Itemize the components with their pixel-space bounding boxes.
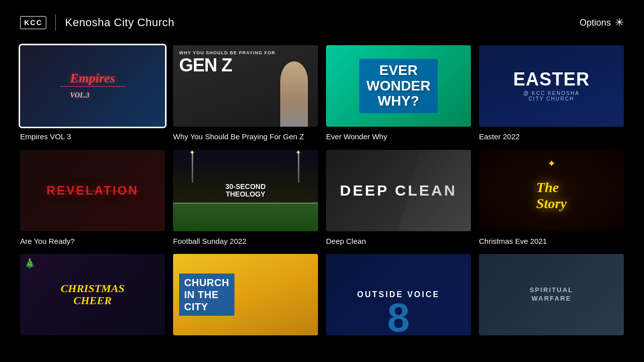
item-title-genz: Why You Should Be Praying For Gen Z [173, 132, 318, 142]
revelation-text-wrap: REVELATION [47, 184, 139, 198]
thumbnail-spiritual-warfare[interactable]: SPIRITUALWARFARE [479, 254, 624, 335]
item-title-football-sunday: Football Sunday 2022 [173, 236, 318, 246]
thumbnail-christmas-eve-2021[interactable]: ✦ TheStory [479, 150, 624, 231]
header: KCC Kenosha City Church Options ✳ [0, 0, 644, 45]
thumb-revelation-inner: REVELATION [20, 150, 165, 231]
football-lights [173, 152, 318, 183]
revelation-line [47, 191, 139, 192]
grid-item-spiritual-warfare[interactable]: SPIRITUALWARFARE [479, 254, 624, 335]
grid-item-outside-voice[interactable]: 8 OUTSIDE VOICE [326, 254, 471, 335]
thumb-spiritualwarfare-inner: SPIRITUALWARFARE [479, 254, 624, 335]
grid-item-christmas-eve-2021[interactable]: ✦ TheStory Christmas Eve 2021 [479, 150, 624, 246]
item-title-empires-vol-3: Empires VOL 3 [20, 132, 165, 142]
grid-item-church-in-the-city[interactable]: CHURCHIN THECITY [173, 254, 318, 335]
outsidevoice-number: 8 [387, 298, 410, 335]
thumbnail-ever-wonder-why[interactable]: EVERWONDERWHY? [326, 45, 471, 127]
light-pole-left [192, 152, 193, 183]
thumb-genz-inner: WHY YOU SHOULD BE PRAYING FOR GEN Z [173, 45, 318, 127]
everwonder-text: EVERWONDERWHY? [359, 59, 438, 113]
thumb-easter-inner: EASTER @ KCC KENOSHACITY CHURCH [479, 45, 624, 127]
genz-maintext: GEN Z [179, 56, 232, 74]
citc-text: CHURCHIN THECITY [173, 254, 318, 335]
xmas-text: CHRISTMASCHEER [60, 283, 124, 307]
header-left: KCC Kenosha City Church [20, 15, 175, 31]
grid-item-genz[interactable]: WHY YOU SHOULD BE PRAYING FOR GEN Z Why … [173, 45, 318, 142]
item-title-easter-2022: Easter 2022 [479, 132, 624, 142]
football-logo-text: 30-SECONDTHEOLOGY [225, 183, 266, 198]
grid-item-are-you-ready[interactable]: REVELATION Are You Ready? [20, 150, 165, 246]
football-logo: 30-SECONDTHEOLOGY [225, 183, 266, 198]
thumb-christmascheer-inner: 🎄 CHRISTMASCHEER [20, 254, 165, 335]
thumbnail-are-you-ready[interactable]: REVELATION [20, 150, 165, 231]
christmas2021-star: ✦ [547, 157, 556, 169]
options-label: Options [580, 18, 611, 28]
item-title-ever-wonder-why: Ever Wonder Why [326, 132, 471, 142]
thumb-outsidevoice-inner: 8 OUTSIDE VOICE [326, 254, 471, 335]
xmas-decoration: 🎄 [24, 258, 35, 269]
thumbnail-deep-clean[interactable]: DEEP CLEAN [326, 150, 471, 231]
thumbnail-church-in-the-city[interactable]: CHURCHIN THECITY [173, 254, 318, 335]
logo: KCC [20, 16, 46, 29]
grid-item-empires-vol-3[interactable]: EmpiresVOL.3 Empires VOL 3 [20, 45, 165, 142]
grid-item-easter-2022[interactable]: EASTER @ KCC KENOSHACITY CHURCH Easter 2… [479, 45, 624, 142]
thumb-empires-inner: EmpiresVOL.3 [20, 45, 165, 127]
easter-text: EASTER [513, 70, 590, 88]
grid-item-ever-wonder-why[interactable]: EVERWONDERWHY? Ever Wonder Why [326, 45, 471, 142]
light-pole-right [298, 152, 299, 183]
grid-item-deep-clean[interactable]: DEEP CLEAN Deep Clean [326, 150, 471, 246]
item-title-are-you-ready: Are You Ready? [20, 236, 165, 246]
header-divider [55, 15, 56, 31]
item-title-deep-clean: Deep Clean [326, 236, 471, 246]
thumb-christmas2021-inner: ✦ TheStory [479, 150, 624, 231]
easter-sub: @ KCC KENOSHACITY CHURCH [513, 90, 590, 102]
outsidevoice-text: OUTSIDE VOICE [357, 290, 440, 299]
thumbnail-easter-2022[interactable]: EASTER @ KCC KENOSHACITY CHURCH [479, 45, 624, 127]
options-button[interactable]: Options ✳ [580, 16, 624, 29]
item-title-christmas-eve-2021: Christmas Eve 2021 [479, 236, 624, 246]
grid-item-christmas-cheer[interactable]: 🎄 CHRISTMASCHEER [20, 254, 165, 335]
football-field [173, 203, 318, 231]
thumb-football-inner: 30-SECONDTHEOLOGY [173, 150, 318, 231]
spiritual-text: SPIRITUALWARFARE [530, 286, 574, 303]
thumbnail-outside-voice[interactable]: 8 OUTSIDE VOICE [326, 254, 471, 335]
content-grid: EmpiresVOL.3 Empires VOL 3 WHY YOU SHOUL… [0, 45, 644, 335]
empires-thumb-text: EmpiresVOL.3 [70, 71, 115, 101]
thumbnail-football-sunday[interactable]: 30-SECONDTHEOLOGY [173, 150, 318, 231]
citc-inner-text: CHURCHIN THECITY [179, 274, 234, 316]
thumbnail-genz[interactable]: WHY YOU SHOULD BE PRAYING FOR GEN Z [173, 45, 318, 127]
thumbnail-christmas-cheer[interactable]: 🎄 CHRISTMASCHEER [20, 254, 165, 335]
thumb-churchinthecity-inner: CHURCHIN THECITY [173, 254, 318, 335]
presenter-figure [280, 61, 308, 127]
thumb-deepclean-inner: DEEP CLEAN [326, 150, 471, 231]
options-star-icon: ✳ [615, 16, 624, 29]
grid-item-football-sunday[interactable]: 30-SECONDTHEOLOGY Football Sunday 2022 [173, 150, 318, 246]
christmas2021-text: TheStory [536, 179, 567, 212]
thumbnail-empires-vol-3[interactable]: EmpiresVOL.3 [20, 45, 165, 127]
thumb-everwonder-inner: EVERWONDERWHY? [326, 45, 471, 127]
light-pole-spacer [230, 152, 261, 183]
channel-name: Kenosha City Church [65, 16, 174, 29]
easter-content: EASTER @ KCC KENOSHACITY CHURCH [513, 70, 590, 102]
